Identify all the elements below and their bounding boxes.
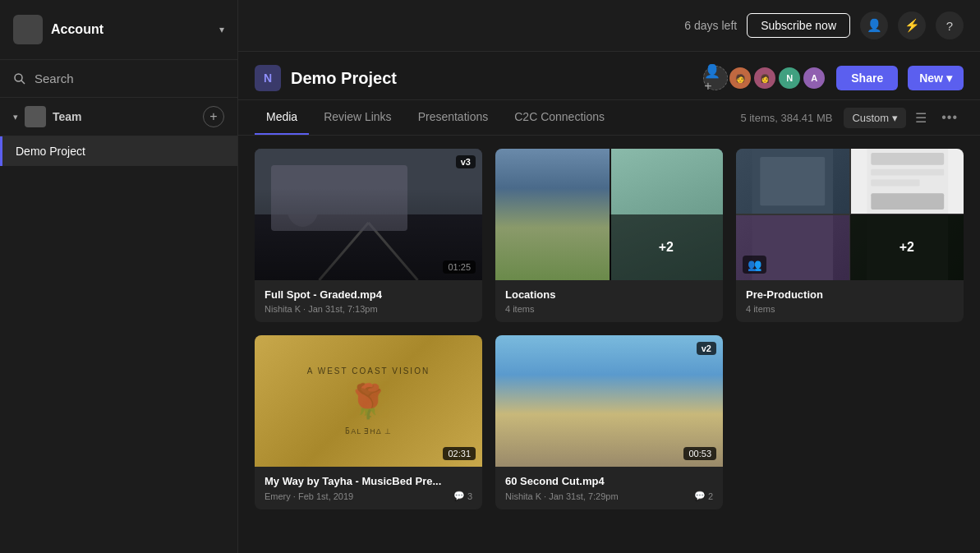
- version-badge-full-spot: v3: [456, 155, 476, 168]
- media-card-sixty-second[interactable]: v2 00:53 60 Second Cut.mp4 Nishita K · J…: [495, 335, 723, 509]
- search-label: Search: [35, 71, 74, 85]
- plus-count-locations: +2: [610, 214, 724, 280]
- sidebar-item-demo-project[interactable]: Demo Project: [0, 136, 237, 166]
- account-label: Account: [51, 22, 219, 37]
- svg-rect-10: [760, 157, 825, 205]
- media-card-locations[interactable]: +2 Locations 4 items: [495, 149, 723, 322]
- svg-point-6: [287, 186, 320, 227]
- media-thumbnail-my-way: A WEST COAST VISION 🌹 ƃAL ƎHΔ ⊥ 02:31: [255, 335, 482, 467]
- media-grid: v3 01:25 Full Spot - Graded.mp4 Nishita …: [238, 136, 980, 553]
- media-card-info-full-spot: Full Spot - Graded.mp4 Nishita K · Jan 3…: [255, 280, 482, 322]
- media-thumbnail-pre-production: +2 👥: [736, 149, 964, 280]
- media-card-info-sixty-second: 60 Second Cut.mp4 Nishita K · Jan 31st, …: [495, 467, 723, 509]
- search-icon: [13, 72, 26, 85]
- project-header: N Demo Project 👤+ 🧑 👩 N A: [238, 52, 980, 100]
- new-button[interactable]: New ▾: [908, 66, 964, 90]
- topbar: 6 days left Subscribe now 👤 ⚡ ?: [238, 0, 980, 52]
- search-section[interactable]: Search: [0, 60, 237, 98]
- more-options-button[interactable]: •••: [936, 106, 964, 129]
- media-card-info-pre-production: Pre-Production 4 items: [736, 280, 964, 322]
- account-section[interactable]: Account ▾: [0, 0, 237, 60]
- add-member-button[interactable]: 👤+: [703, 66, 728, 90]
- media-card-pre-production[interactable]: +2 👥 Pre-Production 4 items: [736, 149, 964, 322]
- avatar-initials-n: N: [786, 73, 793, 83]
- svg-point-7: [295, 180, 311, 196]
- avatar-initials-a: A: [811, 73, 817, 83]
- new-label: New: [919, 71, 943, 85]
- custom-sort-button[interactable]: Custom ▾: [844, 108, 906, 128]
- bolt-icon: ⚡: [904, 18, 920, 33]
- account-avatar: [13, 15, 43, 44]
- media-card-info-locations: Locations 4 items: [495, 280, 723, 322]
- list-view-button[interactable]: ☰: [909, 106, 932, 130]
- svg-rect-14: [871, 180, 919, 187]
- subscribe-button[interactable]: Subscribe now: [747, 13, 850, 38]
- media-card-full-spot[interactable]: v3 01:25 Full Spot - Graded.mp4 Nishita …: [255, 149, 482, 322]
- media-card-info-my-way: My Way by Tayha - MusicBed Pre... Emery …: [255, 467, 482, 509]
- svg-rect-15: [871, 193, 944, 210]
- sort-chevron-icon: ▾: [892, 112, 898, 124]
- add-team-button[interactable]: +: [203, 106, 224, 127]
- avatar-member-3[interactable]: N: [777, 66, 802, 90]
- media-card-my-way[interactable]: A WEST COAST VISION 🌹 ƃAL ƎHΔ ⊥ 02:31 My…: [255, 335, 482, 509]
- svg-rect-3: [255, 214, 482, 280]
- share-button[interactable]: Share: [836, 66, 898, 90]
- add-person-icon: 👤+: [704, 63, 727, 94]
- plus-count-pre-production: +2: [850, 214, 964, 280]
- media-thumbnail-full-spot: v3 01:25: [255, 149, 482, 280]
- svg-line-4: [320, 223, 369, 280]
- comment-icon-2: 💬: [694, 491, 706, 501]
- media-card-meta-sixty-second: Nishita K · Jan 31st, 7:29pm 💬 2: [505, 491, 713, 501]
- media-card-title-full-spot: Full Spot - Graded.mp4: [265, 288, 472, 301]
- media-thumbnail-sixty-second: v2 00:53: [495, 335, 723, 467]
- tabs-bar: Media Review Links Presentations C2C Con…: [238, 100, 980, 136]
- duration-sixty-second: 00:53: [683, 447, 716, 460]
- folder-people-icon: 👥: [743, 256, 766, 274]
- media-card-meta-locations: 4 items: [505, 304, 713, 314]
- items-count-info: 5 items, 384.41 MB: [740, 112, 832, 124]
- svg-point-0: [15, 74, 22, 81]
- media-card-meta-my-way: Emery · Feb 1st, 2019 💬 3: [265, 491, 472, 501]
- version-badge-sixty-second: v2: [697, 342, 716, 355]
- main-content: 6 days left Subscribe now 👤 ⚡ ? N Demo P…: [238, 0, 980, 553]
- comment-count-my-way: 💬 3: [453, 491, 472, 501]
- team-chevron-icon[interactable]: ▾: [13, 112, 18, 122]
- tab-review-links[interactable]: Review Links: [312, 100, 403, 135]
- help-button[interactable]: ?: [936, 12, 964, 39]
- team-row: ▾ Team +: [0, 98, 237, 136]
- tab-media[interactable]: Media: [255, 100, 309, 135]
- project-item-label: Demo Project: [16, 145, 85, 158]
- svg-rect-2: [255, 149, 482, 280]
- project-title: Demo Project: [291, 69, 693, 88]
- svg-line-1: [21, 81, 25, 84]
- comment-icon: 💬: [453, 491, 465, 501]
- tab-presentations[interactable]: Presentations: [407, 100, 500, 135]
- avatar-member-2[interactable]: 👩: [752, 66, 777, 90]
- media-card-title-sixty-second: 60 Second Cut.mp4: [505, 475, 713, 487]
- account-chevron-icon: ▾: [219, 24, 224, 35]
- sidebar: Account ▾ Search ▾ Team + Demo Project: [0, 0, 238, 553]
- svg-rect-12: [871, 153, 944, 165]
- svg-line-5: [369, 223, 418, 280]
- more-icon: •••: [941, 110, 958, 124]
- media-thumbnail-locations: +2: [495, 149, 723, 280]
- media-card-title-locations: Locations: [505, 288, 713, 301]
- user-icon: 👤: [867, 18, 882, 33]
- svg-rect-13: [871, 169, 944, 176]
- new-chevron-icon: ▾: [946, 71, 952, 85]
- sort-label: Custom: [852, 112, 889, 124]
- duration-my-way: 02:31: [443, 447, 476, 460]
- avatar-member-1[interactable]: 🧑: [728, 66, 752, 90]
- project-icon: N: [255, 65, 281, 91]
- tab-c2c-connections[interactable]: C2C Connections: [503, 100, 616, 135]
- avatar-member-4[interactable]: A: [802, 66, 826, 90]
- team-label: Team: [53, 110, 196, 123]
- media-card-title-pre-production: Pre-Production: [746, 288, 954, 301]
- user-profile-button[interactable]: 👤: [860, 12, 888, 39]
- comment-count-sixty-second: 💬 2: [694, 491, 713, 501]
- media-card-meta-pre-production: 4 items: [746, 304, 954, 314]
- media-card-title-my-way: My Way by Tayha - MusicBed Pre...: [265, 475, 472, 487]
- activity-button[interactable]: ⚡: [898, 12, 926, 39]
- duration-full-spot: 01:25: [443, 260, 476, 274]
- help-icon: ?: [946, 19, 953, 33]
